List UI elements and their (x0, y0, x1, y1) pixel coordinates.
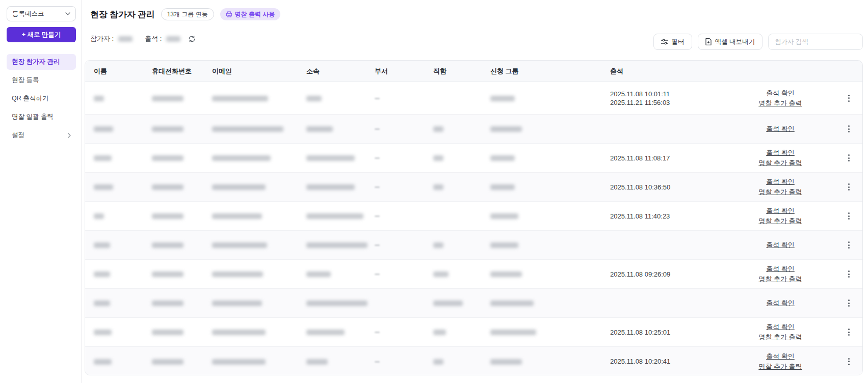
masked-name (94, 330, 112, 335)
badge-reprint-link[interactable]: 명찰 추가 출력 (758, 333, 802, 342)
masked-applied-group (490, 271, 522, 277)
sidebar-item-settings[interactable]: 설정 (7, 127, 76, 143)
badge-reprint-link[interactable]: 명찰 추가 출력 (758, 99, 802, 108)
masked-job-title (433, 359, 443, 365)
sidebar-nav: 현장 참가자 관리 현장 등록 QR 출석하기 명찰 일괄 출력 설정 (7, 54, 76, 143)
email-cell (212, 269, 306, 279)
attendance-check-link[interactable]: 출석 확인 (766, 298, 795, 308)
badge-reprint-link[interactable]: 명찰 추가 출력 (758, 362, 802, 371)
department-cell (373, 269, 433, 279)
masked-applied-group (490, 213, 518, 219)
sidebar-item-onsite-participants[interactable]: 현장 참가자 관리 (7, 54, 76, 70)
column-header-applied-group: 신청 그룹 (490, 67, 592, 76)
organization-cell (306, 357, 373, 366)
masked-email (212, 155, 271, 161)
attendance-check-link[interactable]: 출석 확인 (766, 352, 795, 361)
attendance-check-link[interactable]: 출석 확인 (766, 240, 795, 250)
attendance-check-link[interactable]: 출석 확인 (766, 264, 795, 273)
department-cell (373, 211, 433, 221)
email-cell (212, 94, 306, 103)
row-menu-button[interactable] (846, 181, 852, 193)
row-menu-button[interactable] (846, 210, 852, 222)
attendance-cell: 2025.11.08 11:40:23 (592, 202, 748, 230)
masked-phone (152, 155, 183, 161)
attendance-cell (592, 231, 748, 259)
row-menu-button[interactable] (846, 152, 852, 163)
masked-department-dash (375, 215, 380, 217)
phone-cell (152, 269, 212, 279)
chevron-right-icon (68, 133, 71, 138)
sidebar-item-badge-batch-print[interactable]: 명찰 일괄 출력 (7, 109, 76, 125)
applied-group-cell (490, 240, 592, 250)
row-menu-button[interactable] (846, 239, 852, 251)
sidebar-item-qr-attendance[interactable]: QR 출석하기 (7, 91, 76, 106)
sidebar-item-onsite-registration[interactable]: 현장 등록 (7, 72, 76, 88)
email-cell (212, 182, 306, 192)
attendance-timestamp: 2025.11.08 10:01:11 (610, 90, 748, 98)
masked-job-title (433, 300, 463, 306)
department-cell (373, 240, 433, 250)
masked-phone (152, 271, 183, 277)
attendance-timestamp: 2025.11.21 11:56:03 (610, 98, 748, 107)
email-cell (212, 357, 306, 366)
row-menu-button[interactable] (846, 297, 852, 309)
job-title-cell (433, 153, 490, 162)
workspace-select[interactable]: 등록데스크 (7, 6, 76, 21)
row-actions-cell: 출석 확인명찰 추가 출력 (748, 264, 812, 284)
row-menu-button[interactable] (846, 123, 852, 134)
row-menu-cell (812, 297, 862, 309)
create-new-button[interactable]: + 새로 만들기 (7, 27, 76, 42)
attendance-check-link[interactable]: 출석 확인 (766, 177, 795, 186)
attendance-check-link[interactable]: 출석 확인 (766, 124, 795, 133)
masked-email (212, 300, 262, 306)
masked-department-dash (375, 273, 380, 275)
sidebar-item-label: 현장 참가자 관리 (12, 58, 60, 66)
row-menu-cell (812, 239, 862, 251)
phone-cell (152, 94, 212, 103)
attendance-timestamp: 2025.11.08 10:25:01 (610, 328, 748, 337)
row-actions-cell: 출석 확인 (748, 240, 812, 250)
badge-reprint-link[interactable]: 명찰 추가 출력 (758, 187, 802, 197)
column-header-department: 부서 (373, 67, 433, 76)
masked-phone (152, 96, 183, 101)
group-sync-badge-label: 13개 그룹 연동 (167, 10, 208, 19)
participants-count-masked (118, 36, 133, 42)
attendance-check-link[interactable]: 출석 확인 (766, 89, 795, 98)
email-cell (212, 327, 306, 337)
badge-reprint-link[interactable]: 명찰 추가 출력 (758, 275, 802, 284)
badge-reprint-link[interactable]: 명찰 추가 출력 (758, 216, 802, 226)
organization-cell (306, 327, 373, 337)
row-menu-button[interactable] (846, 356, 852, 367)
row-menu-button[interactable] (846, 268, 852, 280)
masked-email (212, 126, 283, 132)
applied-group-cell (490, 124, 592, 133)
name-cell (85, 269, 152, 279)
name-cell (85, 182, 152, 192)
table-header-row: 이름 휴대전화번호 이메일 소속 부서 직함 신청 그룹 출석 (85, 61, 862, 82)
phone-cell (152, 327, 212, 337)
masked-phone (152, 184, 183, 190)
attendance-check-link[interactable]: 출석 확인 (766, 206, 795, 215)
masked-name (94, 126, 113, 132)
attendance-check-link[interactable]: 출석 확인 (766, 148, 795, 157)
attendance-cell (592, 115, 748, 143)
table-row: 2025.11.08 10:01:112025.11.21 11:56:03출석… (85, 82, 862, 115)
masked-organization (306, 330, 345, 335)
row-menu-cell (812, 326, 862, 338)
table-row: 2025.11.08 10:36:50출석 확인명찰 추가 출력 (85, 173, 862, 202)
table-row: 출석 확인 (85, 289, 862, 318)
email-cell (212, 298, 306, 308)
phone-cell (152, 298, 212, 308)
attendance-check-link[interactable]: 출석 확인 (766, 322, 795, 332)
organization-cell (306, 124, 373, 133)
refresh-button[interactable] (188, 35, 196, 43)
filter-button[interactable]: 필터 (653, 34, 692, 50)
excel-export-button[interactable]: 엑셀 내보내기 (698, 34, 762, 50)
row-menu-button[interactable] (846, 326, 852, 338)
badge-reprint-link[interactable]: 명찰 추가 출력 (758, 158, 802, 168)
row-menu-button[interactable] (846, 93, 852, 104)
attendance-cell: 2025.11.08 11:08:17 (592, 144, 748, 172)
participant-search-input[interactable] (768, 34, 863, 50)
name-cell (85, 240, 152, 250)
masked-applied-group (490, 96, 515, 101)
